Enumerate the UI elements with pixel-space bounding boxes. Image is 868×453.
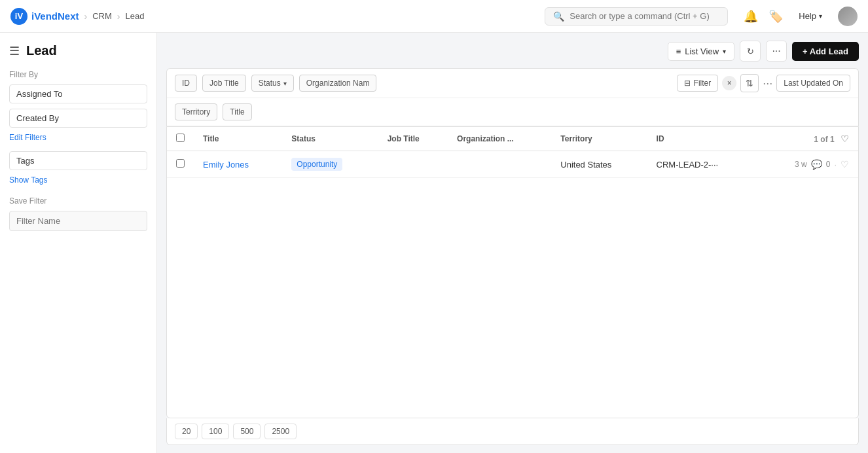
created-by-filter[interactable]: Created By [9, 109, 147, 128]
page-layout: ☰ Lead Filter By Assigned To Created By … [0, 33, 868, 453]
page-size-20-button[interactable]: 20 [175, 424, 198, 439]
filter-icon: ⊟ [684, 79, 691, 88]
filter-button[interactable]: ⊟ Filter [677, 75, 719, 92]
row-org-cell [448, 151, 551, 178]
data-table: Title Status Job Title Organization ... [166, 126, 859, 418]
show-tags-link[interactable]: Show Tags [9, 175, 147, 185]
row-actions-cell: 3 w 💬 0 · ♡ [758, 151, 858, 178]
row-territory-cell: United States [551, 151, 647, 178]
filter-name-input[interactable] [9, 211, 147, 231]
comment-icon[interactable]: 💬 [811, 159, 822, 170]
col-id: ID [647, 127, 758, 151]
col-organization: Organization ... [448, 127, 551, 151]
col-status: Status [282, 127, 378, 151]
col-job-title: Job Title [378, 127, 448, 151]
list-view-button[interactable]: ≡ List View ▾ [668, 42, 734, 61]
org-name-filter-chip[interactable]: Organization Nam [299, 75, 377, 92]
nav-icons: 🔔 🏷️ Help ▾ [744, 7, 858, 26]
notification-icon[interactable]: 🔔 [744, 9, 758, 24]
table-row: Emily Jones Opportunity United States CR… [167, 151, 858, 178]
row-job-title-cell [378, 151, 448, 178]
time-ago: 3 w [795, 160, 807, 169]
breadcrumb-lead[interactable]: Lead [125, 11, 144, 21]
chevron-down-icon: ▾ [819, 12, 822, 20]
page-size-100-button[interactable]: 100 [202, 424, 229, 439]
search-icon: 🔍 [553, 11, 564, 22]
save-filter-label: Save Filter [9, 196, 147, 206]
search-bar[interactable]: 🔍 [545, 7, 728, 26]
chevron-down-icon: ▾ [723, 48, 726, 55]
breadcrumb-sep-2: › [117, 11, 120, 22]
top-nav: iV iVendNext › CRM › Lead 🔍 🔔 🏷️ Help ▾ [0, 0, 868, 33]
more-filter-icon[interactable]: ··· [763, 77, 772, 90]
row-checkbox-cell [167, 151, 194, 178]
refresh-button[interactable]: ↻ [740, 41, 761, 62]
table-header-row: Title Status Job Title Organization ... [167, 127, 858, 151]
title-filter-chip[interactable]: Title [223, 103, 251, 120]
col-count: 1 of 1 ♡ [758, 127, 858, 151]
sort-icon: ⇅ [746, 78, 753, 88]
status-filter-chip[interactable]: Status ▾ [251, 75, 294, 92]
row-actions: 3 w 💬 0 · ♡ [767, 159, 849, 170]
filter-bar: ID Job Title Status ▾ Organization Nam ⊟… [166, 68, 859, 126]
row-status-cell: Opportunity [282, 151, 378, 178]
leads-table: Title Status Job Title Organization ... [167, 127, 858, 178]
refresh-icon: ↻ [747, 46, 754, 56]
select-all-header [167, 127, 194, 151]
app-logo[interactable]: iV iVendNext [10, 8, 79, 25]
page-title: Lead [26, 43, 57, 58]
help-menu[interactable]: Help ▾ [793, 9, 827, 24]
tags-filter[interactable]: Tags [9, 151, 147, 170]
job-title-filter-chip[interactable]: Job Title [202, 75, 246, 92]
dot-separator: · [834, 160, 837, 170]
logo-icon: iV [10, 8, 27, 25]
page-header: ☰ Lead [9, 43, 147, 58]
col-territory: Territory [551, 127, 647, 151]
row-name[interactable]: Emily Jones [203, 160, 249, 170]
col-heart-icon[interactable]: ♡ [841, 134, 849, 144]
menu-toggle-icon[interactable]: ☰ [9, 44, 20, 58]
row-checkbox[interactable] [176, 159, 185, 168]
col-title: Title [194, 127, 282, 151]
status-badge: Opportunity [291, 158, 342, 171]
chevron-down-icon: ▾ [283, 80, 287, 87]
row-heart-icon[interactable]: ♡ [841, 159, 849, 170]
territory-filter-chip[interactable]: Territory [175, 103, 217, 120]
assigned-to-filter[interactable]: Assigned To [9, 84, 147, 103]
more-icon: ··· [772, 45, 780, 57]
filter-actions: ⊟ Filter × ⇅ ··· Last Updated On [677, 74, 850, 92]
filter-sort-button[interactable]: ⇅ [740, 74, 759, 92]
id-filter-chip[interactable]: ID [175, 75, 197, 92]
page-size-2500-button[interactable]: 2500 [264, 424, 297, 439]
filter-row-1: ID Job Title Status ▾ Organization Nam ⊟… [167, 69, 858, 98]
sidebar: ☰ Lead Filter By Assigned To Created By … [0, 33, 157, 453]
avatar-image [838, 7, 858, 26]
filter-close-button[interactable]: × [722, 76, 736, 90]
filter-by-label: Filter By [9, 70, 147, 79]
last-updated-button[interactable]: Last Updated On [776, 75, 850, 92]
user-avatar[interactable] [838, 7, 858, 26]
row-id-cell: CRM-LEAD-2-··· [647, 151, 758, 178]
filter-row-2: Territory Title [167, 98, 858, 126]
list-view-icon: ≡ [676, 46, 681, 56]
select-all-checkbox[interactable] [176, 134, 185, 142]
tag-icon[interactable]: 🏷️ [769, 9, 783, 24]
breadcrumb-crm[interactable]: CRM [92, 11, 112, 21]
search-input[interactable] [570, 11, 719, 21]
app-name: iVendNext [31, 10, 79, 22]
main-content: ≡ List View ▾ ↻ ··· + Add Lead ID Job Ti… [157, 33, 868, 453]
comment-count: 0 [826, 160, 831, 169]
edit-filters-link[interactable]: Edit Filters [9, 133, 147, 142]
content-toolbar: ≡ List View ▾ ↻ ··· + Add Lead [166, 41, 859, 62]
pagination-bar: 201005002500 [166, 418, 859, 445]
add-lead-button[interactable]: + Add Lead [792, 42, 859, 61]
row-name-cell: Emily Jones [194, 151, 282, 178]
more-options-button[interactable]: ··· [766, 41, 787, 62]
page-size-500-button[interactable]: 500 [233, 424, 261, 439]
breadcrumb-sep-1: › [84, 11, 88, 22]
